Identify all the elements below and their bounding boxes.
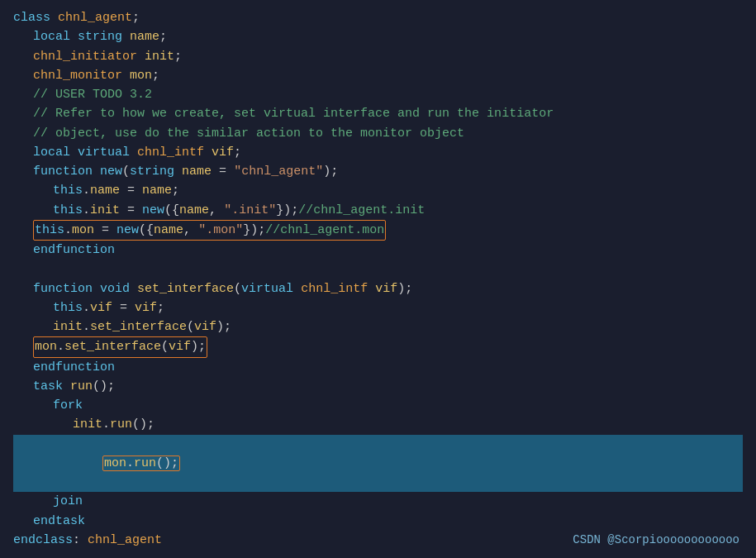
- code-line-18: mon.set_interface(vif);: [13, 336, 743, 357]
- code-line-14: [13, 260, 743, 279]
- keyword-class: class: [13, 8, 50, 27]
- code-line-4: chnl_monitor mon;: [13, 66, 743, 85]
- code-line-3: chnl_initiator init;: [13, 47, 743, 66]
- code-line-20: task run();: [13, 377, 743, 396]
- code-line-12: this.mon = new({name, ".mon"});//chnl_ag…: [13, 220, 743, 241]
- code-line-17: init.set_interface(vif);: [13, 317, 743, 336]
- box-mon-set-interface: mon.set_interface(vif);: [33, 336, 207, 357]
- code-line-5: // USER TODO 3.2: [13, 85, 743, 104]
- code-line-24: join: [13, 492, 743, 511]
- code-block: class chnl_agent; local string name; chn…: [0, 0, 756, 558]
- box-this-mon: this.mon = new({name, ".mon"});//chnl_ag…: [33, 220, 386, 241]
- code-line-6: // Refer to how we create, set virtual i…: [13, 104, 743, 123]
- code-line-10: this.name = name;: [13, 181, 743, 200]
- code-line-2: local string name;: [13, 27, 743, 46]
- code-line-22: init.run();: [13, 415, 743, 434]
- code-line-11: this.init = new({name, ".init"});//chnl_…: [13, 201, 743, 220]
- watermark: CSDN @Scorpioooooooooooo: [573, 532, 739, 550]
- code-line-19: endfunction: [13, 358, 743, 377]
- code-line-21: fork: [13, 396, 743, 415]
- code-line-15: function void set_interface(virtual chnl…: [13, 279, 743, 298]
- box-mon-run: mon.run();: [102, 455, 180, 471]
- code-line-7: // object, use do the similar action to …: [13, 124, 743, 143]
- code-line-9: function new(string name = "chnl_agent")…: [13, 162, 743, 181]
- code-line-8: local virtual chnl_intf vif;: [13, 143, 743, 162]
- code-line-16: this.vif = vif;: [13, 298, 743, 317]
- code-line-23: mon.run();: [13, 435, 743, 493]
- code-line-1: class chnl_agent;: [13, 8, 743, 27]
- code-line-25: endtask: [13, 512, 743, 531]
- code-line-13: endfunction: [13, 241, 743, 260]
